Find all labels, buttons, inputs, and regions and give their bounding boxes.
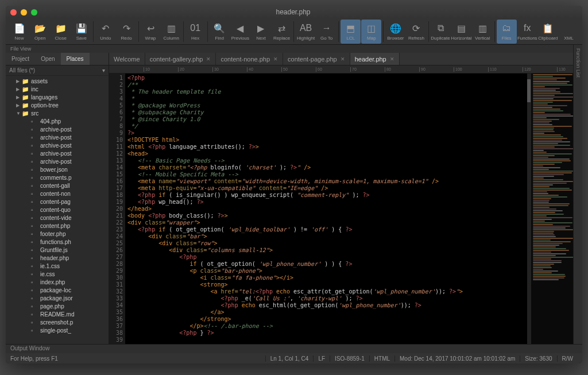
code-line[interactable]: <!-- Basic Page Needs --> bbox=[127, 157, 525, 164]
wrap-button[interactable]: ↩Wrap bbox=[141, 20, 161, 44]
code-line[interactable]: <?php wp_head(); ?> bbox=[127, 199, 525, 206]
code-line[interactable]: /** bbox=[127, 82, 525, 88]
files-button[interactable]: 🗂Files bbox=[497, 20, 517, 44]
titlebar[interactable]: header.php bbox=[6, 6, 582, 18]
tree-file[interactable]: ▫index.php bbox=[6, 278, 109, 286]
code-line[interactable]: <!DOCTYPE html> bbox=[127, 137, 525, 144]
functions-button[interactable]: fxFunctions bbox=[517, 20, 537, 44]
code-line[interactable]: <meta charset="<?php bloginfo( 'charset'… bbox=[127, 164, 525, 171]
close-tab-icon[interactable]: ✕ bbox=[273, 56, 278, 62]
code-line[interactable]: <i class="fa fa-phone"></i> bbox=[127, 275, 525, 281]
tree-file[interactable]: ▫functions.ph bbox=[6, 238, 109, 246]
find-button[interactable]: 🔍Find bbox=[210, 20, 230, 44]
code-line[interactable]: <body <?php body_class(); ?>> bbox=[127, 212, 525, 219]
status-encoding[interactable]: ISO-8859-1 bbox=[330, 355, 369, 362]
tree-file[interactable]: ▫content-pag bbox=[6, 198, 109, 206]
map-button[interactable]: ◫Map bbox=[361, 20, 381, 44]
code-line[interactable]: <head> bbox=[127, 150, 525, 157]
tree-file[interactable]: ▫archive-post bbox=[6, 125, 109, 133]
horizontal-button[interactable]: ▤Horizontal bbox=[451, 20, 472, 44]
code-line[interactable]: <?php } ?> bbox=[127, 330, 525, 337]
tree-file[interactable]: ▫header.php bbox=[6, 254, 109, 262]
tree-folder[interactable]: ▶📁languages bbox=[6, 93, 109, 101]
code-line[interactable]: * bbox=[127, 95, 525, 102]
code-line[interactable]: * @package WordPress bbox=[127, 102, 525, 109]
sidebar-tab-project[interactable]: Project bbox=[6, 53, 35, 65]
tree-file[interactable]: ▫comments.p bbox=[6, 173, 109, 181]
save-button[interactable]: 💾Save bbox=[71, 20, 91, 44]
tree-file[interactable]: ▫content-quo bbox=[6, 206, 109, 214]
close-tab-icon[interactable]: ✕ bbox=[341, 56, 345, 62]
clipboard-button[interactable]: 📋Clipboard bbox=[538, 20, 558, 44]
code-line[interactable]: * @subpackage Charity bbox=[127, 109, 525, 116]
tree-folder[interactable]: ▶📁option-tree bbox=[6, 101, 109, 109]
tree-file[interactable]: ▫content-vide bbox=[6, 214, 109, 222]
sidebar-tab-open[interactable]: Open bbox=[35, 53, 60, 65]
close-window-icon[interactable] bbox=[10, 9, 17, 16]
tree-file[interactable]: ▫archive-post bbox=[6, 149, 109, 157]
code-line[interactable]: <?php if ( is_singular() ) wp_enqueue_sc… bbox=[127, 192, 525, 199]
tree-file[interactable]: ▫content-non bbox=[6, 190, 109, 198]
tree-file[interactable]: ▫footer.php bbox=[6, 230, 109, 238]
open-button[interactable]: 📂Open bbox=[30, 20, 50, 44]
code-line[interactable]: <?php if ( ot_get_option( 'wpl_hide_tool… bbox=[127, 226, 525, 233]
code-line[interactable]: <a href="tel:<?php echo esc_attr(ot_get_… bbox=[127, 288, 525, 295]
code-line[interactable]: */ bbox=[127, 123, 525, 130]
tree-folder[interactable]: ▶📁inc bbox=[6, 85, 109, 93]
hex-button[interactable]: 01Hex bbox=[185, 20, 206, 44]
tree-file[interactable]: ▫Gruntfile.js bbox=[6, 246, 109, 254]
tree-file[interactable]: ▫archive-post bbox=[6, 141, 109, 149]
tree-folder[interactable]: ▼📁src bbox=[6, 109, 109, 117]
tree-file[interactable]: ▫package.jsor bbox=[6, 294, 109, 302]
editor-tab[interactable]: header.php✕ bbox=[350, 53, 400, 65]
code-line[interactable]: if ( ot_get_option( 'wpl_phone_number' )… bbox=[127, 261, 525, 268]
code-line[interactable]: <?php bbox=[127, 75, 525, 82]
code-line[interactable]: <div class="wrapper"> bbox=[127, 219, 525, 226]
code-line[interactable]: <strong> bbox=[127, 281, 525, 288]
tree-file[interactable]: ▫bower.json bbox=[6, 165, 109, 173]
code-line[interactable]: <?php _e('Call Us :', 'charity-wpl' ); ?… bbox=[127, 295, 525, 302]
tree-file[interactable]: ▫page.php bbox=[6, 302, 109, 310]
redo-button[interactable]: ↷Redo bbox=[116, 20, 136, 44]
highlight-button[interactable]: ABHighlight bbox=[296, 20, 316, 44]
lcl-button[interactable]: ⬒LCL bbox=[341, 20, 361, 44]
replace-button[interactable]: ⇄Replace bbox=[272, 20, 292, 44]
code-line[interactable]: </strong> bbox=[127, 316, 525, 323]
code-line[interactable]: <?php echo esc_html(ot_get_option('wpl_p… bbox=[127, 302, 525, 309]
code-line[interactable]: <div class="row"> bbox=[127, 240, 525, 247]
code-line[interactable]: <p class="bar-phone"> bbox=[127, 268, 525, 275]
status-language[interactable]: HTML bbox=[369, 355, 394, 362]
code-line[interactable] bbox=[127, 337, 525, 343]
code-line[interactable]: <div class="bar"> bbox=[127, 233, 525, 240]
goto-button[interactable]: →Go To bbox=[316, 20, 336, 44]
code-line[interactable]: * @since Charity 1.0 bbox=[127, 116, 525, 123]
tree-file[interactable]: ▫content-gall bbox=[6, 181, 109, 190]
close-button[interactable]: 📁Close bbox=[51, 20, 71, 44]
tree-file[interactable]: ▫404.php bbox=[6, 117, 109, 125]
tree-file[interactable]: ▫ie.1.css bbox=[6, 262, 109, 270]
new-button[interactable]: 📄New bbox=[9, 20, 29, 44]
code-line[interactable]: <div class="columns small-12"> bbox=[127, 247, 525, 254]
editor-tab[interactable]: content-gallery.php✕ bbox=[145, 53, 216, 65]
tree-file[interactable]: ▫screenshot.p bbox=[6, 318, 109, 326]
zoom-window-icon[interactable] bbox=[31, 9, 37, 16]
code-line[interactable]: </a> bbox=[127, 309, 525, 316]
close-tab-icon[interactable]: ✕ bbox=[390, 56, 394, 62]
previous-button[interactable]: ◀Previous bbox=[230, 20, 250, 44]
code-line[interactable]: ?> bbox=[127, 130, 525, 137]
sidebar-tab-places[interactable]: Places bbox=[61, 53, 90, 65]
tree-file[interactable]: ▫archive-post bbox=[6, 157, 109, 165]
column-button[interactable]: ▥Column bbox=[161, 20, 181, 44]
refresh-button[interactable]: ⟳Refresh bbox=[406, 20, 426, 44]
tree-file[interactable]: ▫README.md bbox=[6, 310, 109, 318]
tree-file[interactable]: ▫ie.css bbox=[6, 270, 109, 278]
code-line[interactable]: * The header template file bbox=[127, 88, 525, 95]
code-editor[interactable]: <?php/** * The header template file * * … bbox=[125, 74, 527, 344]
tree-folder[interactable]: ▶📁assets bbox=[6, 77, 109, 85]
duplicate-button[interactable]: ⧉Duplicate bbox=[430, 20, 450, 44]
tree-file[interactable]: ▫archive-post bbox=[6, 133, 109, 141]
status-lineending[interactable]: LF bbox=[313, 355, 330, 362]
code-line[interactable]: </head> bbox=[127, 206, 525, 212]
browser-button[interactable]: 🌐Browser bbox=[385, 20, 405, 44]
output-window-tab[interactable]: Output Window bbox=[6, 344, 582, 353]
